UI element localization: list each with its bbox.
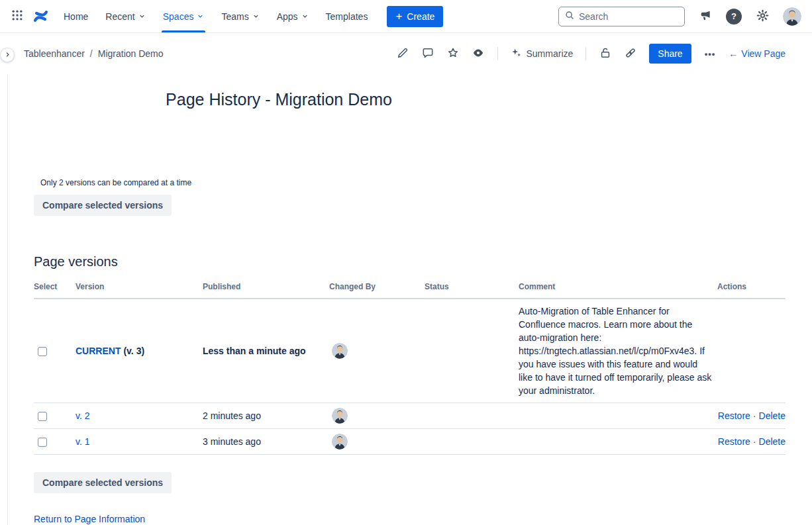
summarize-button[interactable]: Summarize bbox=[507, 44, 578, 63]
version-checkbox[interactable] bbox=[38, 347, 47, 356]
unlock-icon bbox=[599, 46, 612, 62]
action-separator: · bbox=[753, 436, 756, 447]
page-versions-table: Select Version Published Changed By Stat… bbox=[34, 278, 786, 455]
return-to-page-information-link[interactable]: Return to Page Information bbox=[34, 514, 145, 524]
chevron-down-icon bbox=[301, 11, 309, 22]
search-box bbox=[558, 7, 685, 26]
nav-right: ? bbox=[558, 6, 801, 27]
nav-item-label: Home bbox=[64, 11, 88, 22]
copy-link-button[interactable] bbox=[620, 44, 641, 64]
comments-button[interactable] bbox=[417, 44, 438, 64]
breadcrumb-space-link[interactable]: Tableenhancer bbox=[24, 48, 85, 59]
sidebar-rail bbox=[7, 74, 8, 525]
version-comment bbox=[519, 403, 717, 429]
published-time: 2 minutes ago bbox=[203, 403, 329, 429]
version-link[interactable]: v. 1 bbox=[76, 436, 90, 447]
question-mark-icon: ? bbox=[731, 11, 736, 21]
settings-button[interactable] bbox=[752, 6, 773, 27]
restore-link[interactable]: Restore bbox=[718, 410, 750, 421]
column-header-actions: Actions bbox=[717, 278, 786, 299]
page-toolbar: Tableenhancer / Migration Demo bbox=[0, 33, 812, 74]
user-avatar[interactable] bbox=[783, 7, 801, 26]
column-header-select: Select bbox=[34, 278, 76, 299]
changed-by-avatar bbox=[332, 343, 348, 359]
top-navigation: Home Recent Spaces Teams bbox=[0, 0, 812, 33]
version-checkbox[interactable] bbox=[38, 412, 47, 421]
actions-cell bbox=[717, 299, 786, 403]
nav-item-templates[interactable]: Templates bbox=[317, 0, 377, 32]
compare-selected-versions-button-bottom[interactable]: Compare selected versions bbox=[34, 472, 172, 493]
nav-item-recent[interactable]: Recent bbox=[97, 0, 154, 32]
published-time: 3 minutes ago bbox=[203, 429, 329, 455]
edit-button[interactable] bbox=[392, 44, 413, 64]
actions-cell: Restore·Delete bbox=[717, 403, 786, 429]
column-header-published: Published bbox=[203, 278, 329, 299]
actions-cell: Restore·Delete bbox=[717, 429, 786, 455]
watch-button[interactable] bbox=[468, 44, 489, 64]
nav-item-home[interactable]: Home bbox=[55, 0, 97, 32]
star-button[interactable] bbox=[442, 44, 464, 64]
version-number: (v. 3) bbox=[123, 346, 144, 356]
version-comment bbox=[519, 429, 717, 455]
version-link[interactable]: v. 2 bbox=[76, 410, 90, 421]
search-input[interactable] bbox=[579, 11, 678, 22]
create-button-label: Create bbox=[407, 11, 434, 22]
chevron-down-icon bbox=[138, 11, 146, 22]
announcements-button[interactable] bbox=[695, 6, 716, 27]
plus-icon: + bbox=[395, 11, 402, 22]
page-versions-heading: Page versions bbox=[34, 254, 786, 269]
sparkle-icon bbox=[511, 47, 522, 60]
toolbar-actions: Summarize bbox=[392, 44, 786, 64]
nav-item-label: Spaces bbox=[163, 11, 194, 22]
table-header-row: Select Version Published Changed By Stat… bbox=[34, 278, 786, 299]
sidebar-expand-button[interactable] bbox=[0, 48, 15, 62]
nav-item-apps[interactable]: Apps bbox=[268, 0, 317, 32]
more-actions-button[interactable]: ••• bbox=[699, 46, 721, 62]
delete-link[interactable]: Delete bbox=[759, 410, 786, 421]
nav-item-teams[interactable]: Teams bbox=[213, 0, 268, 32]
table-row-v2: v. 2 2 minutes ago Res bbox=[34, 403, 786, 429]
star-icon bbox=[446, 46, 460, 62]
summarize-label: Summarize bbox=[527, 48, 574, 59]
version-comment: Auto-Migration of Table Enhancer for Con… bbox=[519, 305, 712, 397]
column-header-status: Status bbox=[425, 278, 519, 299]
column-header-comment: Comment bbox=[519, 278, 717, 299]
page-title: Page History - Migration Demo bbox=[34, 90, 524, 109]
delete-link[interactable]: Delete bbox=[759, 436, 786, 447]
toolbar-divider bbox=[585, 47, 586, 60]
help-button[interactable]: ? bbox=[726, 9, 742, 24]
arrow-left-icon: ← bbox=[729, 48, 738, 59]
table-row-current: CURRENT(v. 3) Less than a minute ago bbox=[34, 299, 786, 403]
chevron-down-icon bbox=[252, 11, 260, 22]
status-cell bbox=[425, 299, 519, 403]
table-row-v1: v. 1 3 minutes ago Res bbox=[34, 429, 786, 455]
share-button[interactable]: Share bbox=[649, 44, 691, 64]
pencil-icon bbox=[396, 46, 409, 62]
changed-by-avatar bbox=[332, 408, 348, 424]
confluence-logo[interactable] bbox=[32, 7, 50, 25]
breadcrumb-separator: / bbox=[90, 48, 93, 59]
chevron-down-icon bbox=[197, 11, 204, 22]
compare-selected-versions-button-top[interactable]: Compare selected versions bbox=[34, 195, 172, 216]
version-checkbox[interactable] bbox=[38, 438, 47, 447]
compare-note: Only 2 versions can be compared at a tim… bbox=[40, 178, 786, 187]
search-icon bbox=[565, 11, 574, 23]
megaphone-icon bbox=[699, 9, 712, 24]
view-page-label: View Page bbox=[741, 48, 786, 59]
eye-icon bbox=[472, 46, 485, 62]
breadcrumb-page-link[interactable]: Migration Demo bbox=[98, 48, 164, 59]
view-page-link[interactable]: ← View Page bbox=[729, 48, 786, 59]
main-content: Page History - Migration Demo Only 2 ver… bbox=[34, 74, 786, 525]
toolbar-divider bbox=[497, 47, 498, 60]
restore-link[interactable]: Restore bbox=[718, 436, 750, 447]
create-button[interactable]: + Create bbox=[387, 6, 443, 27]
link-icon bbox=[624, 46, 637, 62]
nav-item-spaces[interactable]: Spaces bbox=[154, 0, 213, 32]
published-time: Less than a minute ago bbox=[203, 299, 329, 403]
app-switcher-button[interactable] bbox=[7, 6, 28, 27]
nav-item-label: Apps bbox=[277, 11, 298, 22]
current-version-link[interactable]: CURRENT bbox=[76, 346, 121, 356]
status-cell bbox=[425, 429, 519, 455]
restrictions-button[interactable] bbox=[595, 44, 616, 64]
status-cell bbox=[425, 403, 519, 429]
